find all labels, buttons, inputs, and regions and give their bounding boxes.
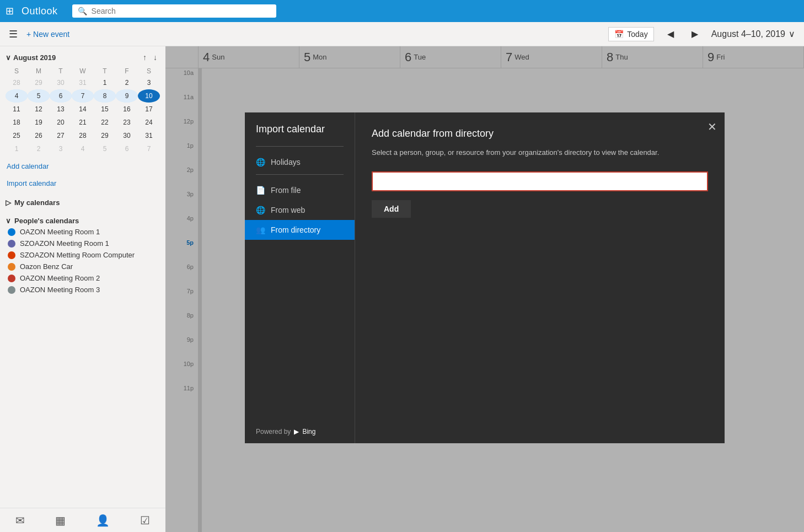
mini-cal-day[interactable]: 1 [6,142,28,155]
mini-cal-day[interactable]: 9 [116,89,138,103]
import-calendar-modal: Import calendar 🌐 Holidays 📄 From file [245,112,725,443]
directory-add-button[interactable]: Add [372,200,411,218]
mini-cal-day[interactable]: 5 [94,142,116,155]
from-file-icon: 📄 [256,186,265,195]
sidebar: ∨ August 2019 ↑ ↓ S M T W T F [0,46,165,532]
mini-cal-day[interactable]: 15 [94,103,116,116]
import-calendar-link[interactable]: Import calendar [6,177,160,190]
mini-cal-day[interactable]: 29 [28,76,50,89]
list-item[interactable]: OAZON Meeting Room 1 [6,226,160,238]
import-menu-from-directory[interactable]: 👥 From directory [245,220,355,240]
calendar-name: SZOAZON Metting Room Computer [20,251,135,259]
calendar-icon[interactable]: ▦ [44,510,77,530]
mini-cal-day[interactable]: 28 [72,129,94,142]
mini-cal-day[interactable]: 6 [116,142,138,155]
date-range[interactable]: August 4–10, 2019 ∨ [711,29,795,39]
today-button[interactable]: 📅 Today [608,27,653,41]
close-modal-button[interactable]: ✕ [707,120,717,133]
my-calendars-header[interactable]: ▷ My calendars [6,197,160,208]
mini-cal-day[interactable]: 26 [28,129,50,142]
mini-cal-day[interactable]: 5 [28,89,50,103]
add-calendar-link[interactable]: Add calendar [6,160,160,173]
mini-cal-day[interactable]: 17 [138,103,160,116]
app-title: Outlook [22,6,58,17]
day-header-s2: S [138,66,160,76]
new-event-button[interactable]: + New event [26,30,69,39]
mini-cal-next[interactable]: ↓ [151,52,160,63]
search-box: 🔍 [72,4,276,18]
list-item[interactable]: OAZON Meeting Room 2 [6,272,160,284]
day-header-w: W [72,66,94,76]
apps-icon[interactable]: ⊞ [6,5,14,17]
hamburger-icon[interactable]: ☰ [9,28,18,40]
mini-cal-day[interactable]: 14 [72,103,94,116]
list-item[interactable]: OAZON Meeting Room 3 [6,284,160,295]
from-file-label: From file [271,186,301,195]
mini-cal-day[interactable]: 4 [6,89,28,103]
prev-week-button[interactable]: ◀ [663,26,678,41]
main-layout: ∨ August 2019 ↑ ↓ S M T W T F [0,46,804,532]
calendar-dot [8,228,15,236]
list-item[interactable]: Oazon Benz Car [6,261,160,272]
mini-cal-day[interactable]: 7 [72,89,94,103]
peoples-calendars-header[interactable]: ∨ People's calendars [6,216,160,226]
list-item[interactable]: SZOAZON Metting Room Computer [6,249,160,261]
calendar-name: OAZON Meeting Room 1 [20,228,100,236]
mini-calendar: ∨ August 2019 ↑ ↓ S M T W T F [6,52,160,155]
mini-cal-day[interactable]: 31 [72,76,94,89]
mini-cal-day[interactable]: 6 [50,89,72,103]
mini-cal-day[interactable]: 2 [116,76,138,89]
mini-cal-day-today[interactable]: 10 [138,89,160,103]
mail-icon[interactable]: ✉ [4,510,36,530]
calendar-name: SZOAZON Meeting Room 1 [20,239,109,248]
mini-cal-day[interactable]: 29 [94,129,116,142]
mini-cal-day[interactable]: 27 [50,129,72,142]
people-icon[interactable]: 👤 [85,510,121,530]
day-header-t2: T [94,66,116,76]
list-item[interactable]: SZOAZON Meeting Room 1 [6,238,160,249]
next-week-button[interactable]: ▶ [687,26,703,41]
tasks-icon[interactable]: ☑ [129,510,161,530]
mini-cal-day[interactable]: 24 [138,116,160,129]
mini-cal-day[interactable]: 11 [6,103,28,116]
search-input[interactable] [92,7,271,15]
mini-cal-day[interactable]: 7 [138,142,160,155]
mini-cal-day[interactable]: 31 [138,129,160,142]
mini-cal-day[interactable]: 3 [138,76,160,89]
mini-cal-day[interactable]: 30 [50,76,72,89]
mini-cal-day[interactable]: 28 [6,76,28,89]
mini-cal-day[interactable]: 20 [50,116,72,129]
mini-cal-day[interactable]: 23 [116,116,138,129]
mini-cal-day[interactable]: 2 [28,142,50,155]
mini-cal-day[interactable]: 16 [116,103,138,116]
mini-cal-day[interactable]: 12 [28,103,50,116]
mini-cal-day[interactable]: 4 [72,142,94,155]
directory-panel-description: Select a person, group, or resource from… [372,147,708,158]
mini-cal-day[interactable]: 25 [6,129,28,142]
directory-search-input[interactable] [373,173,707,190]
calendar-dot [8,263,15,271]
import-menu-from-web[interactable]: 🌐 From web [245,200,355,220]
mini-cal-day[interactable]: 19 [28,116,50,129]
mini-cal-day[interactable]: 1 [94,76,116,89]
mini-cal-day[interactable]: 22 [94,116,116,129]
bing-icon: ▶ [294,428,299,436]
mini-cal-month[interactable]: ∨ August 2019 [6,53,56,62]
import-menu-holidays[interactable]: 🌐 Holidays [245,152,355,172]
modal-overlay[interactable]: Import calendar 🌐 Holidays 📄 From file [165,46,804,532]
my-calendars-chevron: ▷ [6,198,11,207]
peoples-calendars-section: ∨ People's calendars OAZON Meeting Room … [6,216,160,295]
mini-cal-day[interactable]: 18 [6,116,28,129]
mini-cal-prev[interactable]: ↑ [140,52,149,63]
mini-cal-day[interactable]: 30 [116,129,138,142]
mini-cal-day[interactable]: 8 [94,89,116,103]
calendar-name: OAZON Meeting Room 3 [20,286,100,294]
mini-cal-day[interactable]: 13 [50,103,72,116]
import-menu-from-file[interactable]: 📄 From file [245,180,355,200]
day-header-s1: S [6,66,28,76]
holidays-icon: 🌐 [256,158,265,166]
mini-cal-day[interactable]: 3 [50,142,72,155]
mini-cal-day[interactable]: 21 [72,116,94,129]
calendar-dot [8,240,15,248]
peoples-chevron: ∨ [6,217,11,225]
